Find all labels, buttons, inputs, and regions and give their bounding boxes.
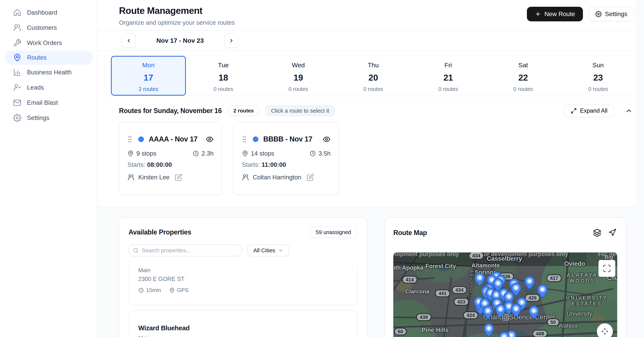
sidebar-item-label: Email Blast [27, 99, 58, 106]
route-duration: 2.3h [202, 150, 214, 157]
clock-icon [192, 150, 199, 157]
map-place-label: ALAFAYA WOODS [567, 272, 598, 284]
drag-handle-icon[interactable] [128, 136, 132, 143]
edit-assignee-icon[interactable] [306, 174, 314, 181]
property-gps: GPS [177, 287, 188, 293]
unassigned-badge: 59 unassigned [309, 226, 358, 238]
available-properties-panel: Available Properties 59 unassigned All C… [119, 218, 367, 337]
settings-button[interactable]: Settings [588, 7, 634, 21]
plus-icon [535, 11, 541, 17]
map-marker-pin[interactable] [484, 323, 494, 337]
week-day-selector: Mon172 routes Tue180 routes Wed190 route… [98, 51, 636, 96]
sidebar-item-business-health[interactable]: Business Health [4, 65, 93, 80]
day-card-sun[interactable]: Sun230 routes [560, 51, 636, 96]
wrench-icon [13, 39, 21, 47]
map-pin-icon [13, 54, 21, 62]
day-card-sat[interactable]: Sat220 routes [486, 51, 560, 96]
road-shield: 414 [402, 276, 417, 284]
property-card[interactable]: Wizard Bluehead Main 1110 S MILLS AVE [128, 310, 358, 337]
road-shield: 50 [394, 328, 407, 336]
sidebar-item-label: Dashboard [27, 9, 57, 16]
gear-icon [595, 11, 602, 17]
property-address: 2300 E GORE ST [138, 276, 348, 283]
routes-count-badge: 2 routes [228, 105, 259, 116]
route-color-dot [253, 136, 258, 142]
sidebar-item-label: Leads [27, 84, 44, 91]
property-duration: 15min [146, 287, 161, 293]
clock-icon [138, 288, 144, 293]
map-place-label: Casselberry [487, 255, 522, 262]
chevron-down-icon [278, 248, 283, 253]
sidebar-item-customers[interactable]: Customers [4, 20, 93, 35]
search-icon [133, 248, 139, 253]
sidebar-item-label: Routes [27, 54, 47, 61]
day-card-fri[interactable]: Fri210 routes [411, 51, 486, 96]
expand-all-button[interactable]: Expand All [564, 104, 614, 117]
route-card-aaaa[interactable]: AAAA - Nov 17 9 stops 2.3h Starts:08:00:… [119, 122, 222, 195]
map-place-label: Oviedo [564, 260, 585, 267]
sidebar-item-dashboard[interactable]: Dashboard [4, 5, 93, 20]
day-card-wed[interactable]: Wed190 routes [261, 51, 336, 96]
route-start-time: Starts:11:00:00 [242, 161, 330, 168]
eye-icon[interactable] [206, 135, 214, 143]
route-start-time: Starts:08:00:00 [128, 161, 214, 168]
sidebar-item-leads[interactable]: Leads [4, 80, 93, 95]
route-name: AAAA - Nov 17 [149, 135, 198, 143]
eye-icon[interactable] [323, 135, 330, 143]
new-route-button[interactable]: New Route [527, 7, 583, 21]
road-shield: 50 [547, 318, 560, 326]
routes-hint-badge: Click a route to select it [265, 105, 335, 116]
map-place-label: Alafaya [559, 322, 578, 329]
chevron-up-icon [625, 107, 632, 114]
home-icon [13, 8, 21, 17]
road-shield: 423 [454, 298, 469, 306]
map-marker-pin[interactable] [499, 332, 510, 337]
property-list: Main 2300 E GORE ST 15min GPS Wizard Blu… [128, 266, 358, 337]
route-color-dot [138, 136, 144, 142]
map-title: Route Map [393, 229, 427, 237]
fullscreen-button[interactable] [598, 260, 615, 277]
page-header: Route Management Organize and optimize y… [98, 0, 636, 30]
navigation-icon[interactable] [608, 228, 616, 237]
map-place-label: Clarcona [405, 288, 429, 295]
sidebar-item-settings[interactable]: Settings [4, 110, 93, 126]
day-card-mon[interactable]: Mon172 routes [111, 51, 186, 96]
property-card[interactable]: Main 2300 E GORE ST 15min GPS [128, 266, 358, 305]
edit-assignee-icon[interactable] [175, 174, 182, 181]
map-marker-pin[interactable] [537, 284, 548, 298]
prev-week-button[interactable] [122, 33, 136, 48]
stop-pin-icon [242, 150, 248, 157]
sidebar-item-work-orders[interactable]: Work Orders [4, 35, 93, 50]
map-marker-pin[interactable] [510, 304, 522, 317]
assignee-name: Kirsten Lee [138, 174, 170, 181]
map-marker-pin[interactable] [482, 306, 493, 320]
sidebar-item-routes[interactable]: Routes [4, 50, 93, 65]
collapse-section-button[interactable] [625, 107, 632, 114]
assignee-icon [128, 174, 134, 181]
route-card-bbbb[interactable]: BBBB - Nov 17 14 stops 3.5h Starts:11:00… [233, 122, 339, 195]
routes-section: Routes for Sunday, November 16 2 routes … [98, 96, 636, 207]
layers-icon[interactable] [593, 228, 602, 237]
mail-icon [13, 98, 21, 107]
drag-handle-icon[interactable] [242, 136, 247, 143]
road-shield: 438 [416, 314, 431, 321]
road-shield: 434 [468, 252, 484, 260]
next-week-button[interactable] [224, 33, 239, 48]
property-line1: Main [138, 267, 348, 274]
user-check-icon [13, 84, 21, 92]
map-marker-pin[interactable] [524, 276, 535, 290]
map-marker-pin[interactable] [528, 306, 539, 320]
chevron-left-icon [126, 38, 132, 44]
sidebar-item-label: Settings [27, 114, 49, 122]
search-properties-input[interactable] [142, 247, 237, 254]
map-canvas[interactable]: For development purposes only For develo… [393, 252, 617, 337]
date-navigation: Nov 17 - Nov 23 [98, 30, 636, 51]
day-card-tue[interactable]: Tue180 routes [186, 51, 261, 96]
city-filter-select[interactable]: All Cities [247, 244, 289, 256]
road-shield: 441 [435, 290, 450, 297]
sidebar-item-email-blast[interactable]: Email Blast [4, 95, 93, 110]
date-range-label: Nov 17 - Nov 23 [136, 37, 224, 44]
map-marker-pin[interactable] [495, 304, 506, 318]
route-name: BBBB - Nov 17 [263, 135, 312, 143]
day-card-thu[interactable]: Thu200 routes [336, 51, 411, 96]
